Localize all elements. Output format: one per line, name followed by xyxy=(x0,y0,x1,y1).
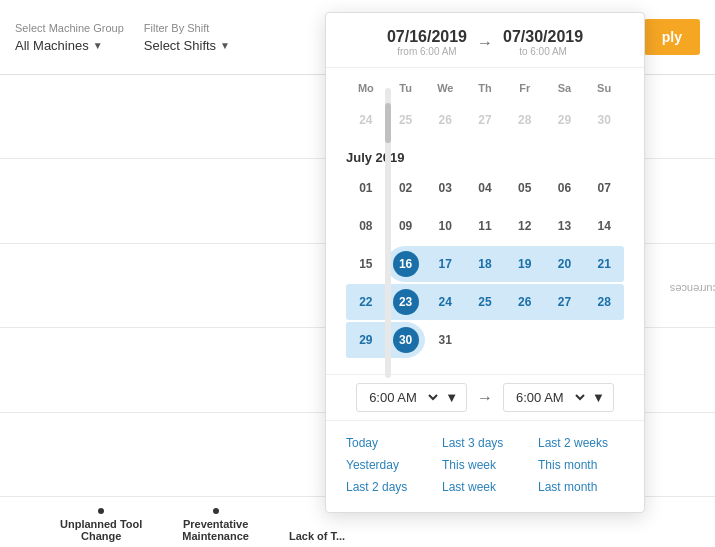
machine-group-select[interactable]: Select Machine Group All Machines ▼ xyxy=(15,22,124,53)
day-22[interactable]: 22 xyxy=(346,284,386,320)
prev-29[interactable]: 29 xyxy=(545,102,585,138)
from-time-label: from 6:00 AM xyxy=(397,46,456,57)
label-lack-of-t: Lack of T... xyxy=(289,530,345,542)
scrollbar-thumb xyxy=(385,103,391,143)
day-11[interactable]: 11 xyxy=(465,208,505,244)
quick-today[interactable]: Today xyxy=(346,433,432,453)
quick-thisweek[interactable]: This week xyxy=(442,455,528,475)
quick-last2weeks[interactable]: Last 2 weeks xyxy=(538,433,624,453)
day-27[interactable]: 27 xyxy=(545,284,585,320)
machine-group-control[interactable]: All Machines ▼ xyxy=(15,38,124,53)
machine-group-arrow-icon: ▼ xyxy=(93,40,103,51)
quick-thismonth[interactable]: This month xyxy=(538,455,624,475)
quick-last2days[interactable]: Last 2 days xyxy=(346,477,432,497)
day-03[interactable]: 03 xyxy=(425,170,465,206)
quick-lastmonth[interactable]: Last month xyxy=(538,477,624,497)
apply-button[interactable]: ply xyxy=(644,19,700,55)
day-07[interactable]: 07 xyxy=(584,170,624,206)
empty-2 xyxy=(505,322,545,358)
day-01[interactable]: 01 xyxy=(346,170,386,206)
day-18[interactable]: 18 xyxy=(465,246,505,282)
day-28[interactable]: 28 xyxy=(584,284,624,320)
quick-yesterday[interactable]: Yesterday xyxy=(346,455,432,475)
day-29[interactable]: 29 xyxy=(346,322,386,358)
day-31[interactable]: 31 xyxy=(425,322,465,358)
day-08[interactable]: 08 xyxy=(346,208,386,244)
dow-fr: Fr xyxy=(505,78,545,98)
day-21[interactable]: 21 xyxy=(584,246,624,282)
quick-select-grid: Today Last 3 days Last 2 weeks Yesterday… xyxy=(326,425,644,502)
day-20[interactable]: 20 xyxy=(545,246,585,282)
day-17[interactable]: 17 xyxy=(425,246,465,282)
dow-th: Th xyxy=(465,78,505,98)
filter-shift-arrow-icon: ▼ xyxy=(220,40,230,51)
prev-27[interactable]: 27 xyxy=(465,102,505,138)
label-preventative: PreventativeMaintenance xyxy=(182,508,249,542)
time-from-dropdown-icon: ▼ xyxy=(445,390,458,405)
time-arrow-icon: → xyxy=(477,389,493,407)
dow-sa: Sa xyxy=(545,78,585,98)
day-19[interactable]: 19 xyxy=(505,246,545,282)
machine-group-value: All Machines xyxy=(15,38,89,53)
day-14[interactable]: 14 xyxy=(584,208,624,244)
time-row: 6:00 AM 7:00 AM 12:00 PM ▼ → 6:00 AM 7:0… xyxy=(326,374,644,421)
filter-shift-value: Select Shifts xyxy=(144,38,216,53)
month-label: July 2019 xyxy=(346,150,405,165)
empty-1 xyxy=(465,322,505,358)
time-from-select[interactable]: 6:00 AM 7:00 AM 12:00 PM ▼ xyxy=(356,383,467,412)
day-15[interactable]: 15 xyxy=(346,246,386,282)
filter-shift-control[interactable]: Select Shifts ▼ xyxy=(144,38,230,53)
day-25[interactable]: 25 xyxy=(465,284,505,320)
calendar-section: Mo Tu We Th Fr Sa Su 24 25 26 27 28 29 3… xyxy=(326,68,644,370)
day-10[interactable]: 10 xyxy=(425,208,465,244)
date-range-arrow-icon: → xyxy=(477,34,493,52)
time-from-dropdown[interactable]: 6:00 AM 7:00 AM 12:00 PM xyxy=(365,389,441,406)
prev-24[interactable]: 24 xyxy=(346,102,386,138)
dow-we: We xyxy=(425,78,465,98)
filter-shift-label: Filter By Shift xyxy=(144,22,230,34)
to-date-display: 07/30/2019 to 6:00 AM xyxy=(503,28,583,57)
day-04[interactable]: 04 xyxy=(465,170,505,206)
from-date-value: 07/16/2019 xyxy=(387,28,467,46)
to-date-value: 07/30/2019 xyxy=(503,28,583,46)
filter-shift-select[interactable]: Filter By Shift Select Shifts ▼ xyxy=(144,22,230,53)
day-26[interactable]: 26 xyxy=(505,284,545,320)
prev-26[interactable]: 26 xyxy=(425,102,465,138)
machine-group-label: Select Machine Group xyxy=(15,22,124,34)
time-to-select[interactable]: 6:00 AM 7:00 AM 12:00 PM ▼ xyxy=(503,383,614,412)
day-06[interactable]: 06 xyxy=(545,170,585,206)
dow-su: Su xyxy=(584,78,624,98)
date-range-header: 07/16/2019 from 6:00 AM → 07/30/2019 to … xyxy=(326,13,644,68)
time-to-dropdown-icon: ▼ xyxy=(592,390,605,405)
time-to-dropdown[interactable]: 6:00 AM 7:00 AM 12:00 PM xyxy=(512,389,588,406)
quick-lastweek[interactable]: Last week xyxy=(442,477,528,497)
empty-4 xyxy=(584,322,624,358)
day-05[interactable]: 05 xyxy=(505,170,545,206)
day-13[interactable]: 13 xyxy=(545,208,585,244)
calendar-scrollbar[interactable] xyxy=(383,88,393,378)
from-date-display: 07/16/2019 from 6:00 AM xyxy=(387,28,467,57)
occurrences-label: Occurrences xyxy=(670,283,715,295)
dow-mo: Mo xyxy=(346,78,386,98)
empty-3 xyxy=(545,322,585,358)
prev-28[interactable]: 28 xyxy=(505,102,545,138)
main-container: Select Machine Group All Machines ▼ Filt… xyxy=(0,0,715,547)
quick-last3days[interactable]: Last 3 days xyxy=(442,433,528,453)
prev-30[interactable]: 30 xyxy=(584,102,624,138)
label-unplanned-tool: Unplanned ToolChange xyxy=(60,508,142,542)
to-time-label: to 6:00 AM xyxy=(519,46,567,57)
day-12[interactable]: 12 xyxy=(505,208,545,244)
calendar-dropdown: 07/16/2019 from 6:00 AM → 07/30/2019 to … xyxy=(325,12,645,513)
day-24[interactable]: 24 xyxy=(425,284,465,320)
